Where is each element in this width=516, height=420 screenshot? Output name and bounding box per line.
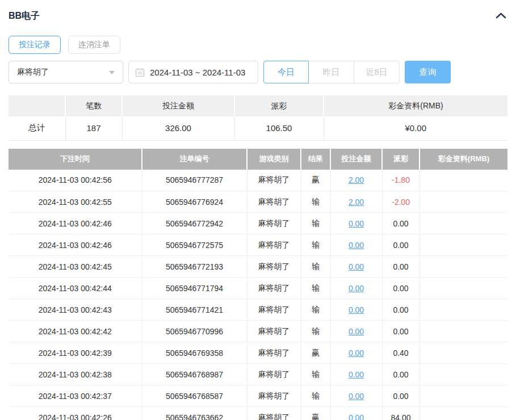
bet-amount-link[interactable]: 0.00 [349, 327, 364, 336]
result-cell: 输 [301, 213, 330, 234]
bet-time-cell: 2024-11-03 00:42:39 [9, 342, 142, 364]
summary-total-row: 总计 187 326.00 106.50 ¥0.00 [9, 116, 507, 140]
bonus-cell [419, 213, 507, 234]
bet-table-header-row: 下注时间 注单编号 游戏类别 结果 投注金额 派彩 彩金资料(RMB) [9, 149, 507, 170]
bet-time-cell: 2024-11-03 00:42:46 [9, 213, 142, 234]
game-type-cell: 麻将胡了 [247, 364, 301, 385]
header-order-id: 注单编号 [142, 149, 247, 170]
bet-amount-link[interactable]: 0.00 [349, 370, 364, 379]
collapse-panel-button[interactable] [494, 10, 507, 22]
bonus-cell [419, 191, 507, 213]
bet-amount-cell: 0.00 [330, 299, 382, 321]
bet-amount-link[interactable]: 0.00 [349, 241, 364, 250]
header-result: 结果 [301, 149, 330, 170]
tab-bet-records[interactable]: 投注记录 [9, 36, 61, 54]
payout-cell: 0.00 [382, 278, 419, 299]
table-row: 2024-11-03 00:42:425065946770996麻将胡了输0.0… [9, 321, 507, 342]
result-cell: 输 [301, 299, 330, 321]
order-id-cell: 5065946772193 [142, 256, 247, 278]
order-id-cell: 5065946763662 [142, 407, 247, 420]
yesterday-button[interactable]: 昨日 [309, 61, 354, 83]
bet-table-body: 2024-11-03 00:42:565065946777287麻将胡了赢2.0… [9, 170, 507, 420]
bonus-cell [419, 234, 507, 256]
game-type-cell: 麻将胡了 [247, 321, 301, 342]
order-id-cell: 5065946777287 [142, 170, 247, 191]
bet-time-cell: 2024-11-03 00:42:43 [9, 299, 142, 321]
bet-amount-cell: 2.00 [330, 191, 382, 213]
bet-amount-link[interactable]: 0.00 [349, 348, 364, 358]
payout-cell: 0.00 [382, 385, 419, 407]
game-type-cell: 麻将胡了 [247, 256, 301, 278]
bet-amount-link[interactable]: 2.00 [349, 175, 364, 184]
summary-total-bet-amount: 326.00 [122, 116, 234, 140]
game-type-cell: 麻将胡了 [247, 342, 301, 364]
calendar-icon [135, 68, 145, 77]
header-payout: 派彩 [382, 149, 419, 170]
summary-total-count: 187 [65, 116, 122, 140]
tab-cancelled-orders[interactable]: 连消注单 [68, 36, 120, 54]
panel-header: BB电子 [9, 0, 507, 22]
result-cell: 输 [301, 278, 330, 299]
search-button[interactable]: 查询 [405, 61, 451, 83]
summary-total-label: 总计 [9, 116, 65, 140]
bet-amount-link[interactable]: 0.00 [349, 284, 364, 293]
summary-total-payout: 106.50 [234, 116, 324, 140]
bet-time-cell: 2024-11-03 00:42:42 [9, 321, 142, 342]
today-button[interactable]: 今日 [263, 61, 309, 83]
table-row: 2024-11-03 00:42:435065946771421麻将胡了输0.0… [9, 299, 507, 321]
bonus-cell [419, 321, 507, 342]
bet-amount-link[interactable]: 0.00 [349, 305, 364, 314]
quick-date-buttons: 今日 昨日 近8日 [263, 61, 400, 83]
bet-amount-link[interactable]: 0.00 [349, 413, 364, 420]
game-type-cell: 麻将胡了 [247, 213, 301, 234]
header-game-type: 游戏类别 [247, 149, 301, 170]
result-cell: 输 [301, 234, 330, 256]
date-range-picker[interactable]: 2024-11-03 ~ 2024-11-03 [128, 61, 258, 83]
bonus-cell [419, 407, 507, 420]
record-type-tabs: 投注记录 连消注单 [9, 36, 507, 54]
bet-amount-cell: 0.00 [330, 213, 382, 234]
bet-amount-link[interactable]: 0.00 [349, 219, 364, 228]
bet-amount-link[interactable]: 2.00 [349, 198, 364, 207]
bet-time-cell: 2024-11-03 00:42:45 [9, 256, 142, 278]
table-row: 2024-11-03 00:42:455065946772193麻将胡了输0.0… [9, 256, 507, 278]
header-bonus: 彩金资料(RMB) [419, 149, 507, 170]
bonus-cell [419, 342, 507, 364]
date-range-value: 2024-11-03 ~ 2024-11-03 [150, 68, 245, 77]
order-id-cell: 5065946772575 [142, 234, 247, 256]
bet-time-cell: 2024-11-03 00:42:56 [9, 170, 142, 191]
payout-cell: 0.00 [382, 364, 419, 385]
result-cell: 输 [301, 256, 330, 278]
payout-cell: 0.00 [382, 256, 419, 278]
table-row: 2024-11-03 00:42:565065946777287麻将胡了赢2.0… [9, 170, 507, 191]
last-8-days-button[interactable]: 近8日 [354, 61, 400, 83]
bonus-cell [419, 170, 507, 191]
order-id-cell: 5065946768987 [142, 364, 247, 385]
bonus-cell [419, 364, 507, 385]
game-select[interactable]: 麻将胡了 [9, 61, 123, 83]
table-row: 2024-11-03 00:42:395065946769358麻将胡了赢0.0… [9, 342, 507, 364]
order-id-cell: 5065946772942 [142, 213, 247, 234]
result-cell: 赢 [301, 342, 330, 364]
chevron-up-icon [496, 11, 506, 21]
bonus-cell [419, 278, 507, 299]
game-type-cell: 麻将胡了 [247, 278, 301, 299]
chevron-down-icon [109, 71, 115, 74]
game-type-cell: 麻将胡了 [247, 299, 301, 321]
page-title: BB电子 [9, 10, 40, 22]
table-row: 2024-11-03 00:42:445065946771794麻将胡了输0.0… [9, 278, 507, 299]
summary-header-payout: 派彩 [234, 95, 324, 116]
bonus-cell [419, 256, 507, 278]
header-bet-time: 下注时间 [9, 149, 142, 170]
bet-time-cell: 2024-11-03 00:42:44 [9, 278, 142, 299]
payout-cell: 0.00 [382, 213, 419, 234]
header-bet-amount: 投注金额 [330, 149, 382, 170]
bet-amount-cell: 2.00 [330, 170, 382, 191]
bet-amount-link[interactable]: 0.00 [349, 392, 364, 401]
summary-total-bonus: ¥0.00 [324, 116, 507, 140]
order-id-cell: 5065946771421 [142, 299, 247, 321]
order-id-cell: 5065946771794 [142, 278, 247, 299]
bet-time-cell: 2024-11-03 00:42:55 [9, 191, 142, 213]
bet-records-panel: BB电子 投注记录 连消注单 麻将胡了 202 [0, 0, 516, 420]
bet-amount-link[interactable]: 0.00 [349, 262, 364, 271]
